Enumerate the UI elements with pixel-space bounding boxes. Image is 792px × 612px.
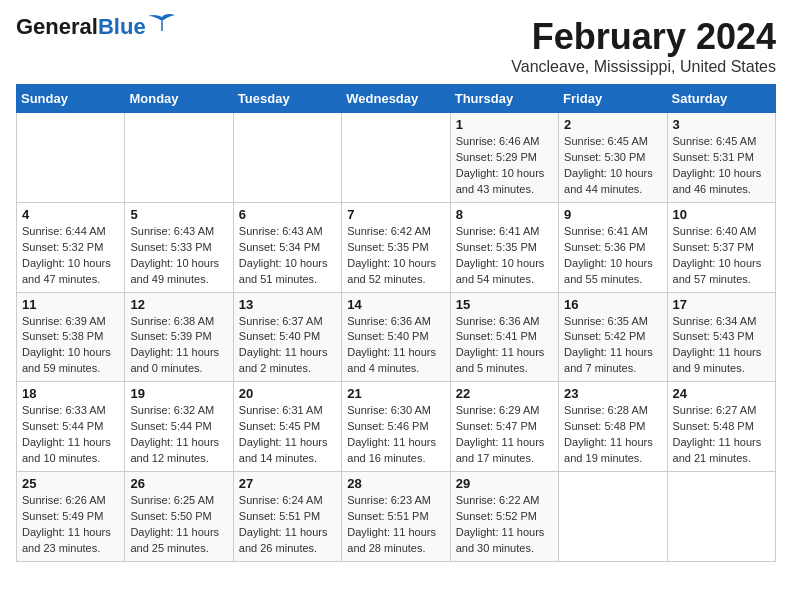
day-info: Sunrise: 6:34 AM Sunset: 5:43 PM Dayligh…: [673, 314, 770, 378]
day-number: 8: [456, 207, 553, 222]
calendar-day-cell: 20Sunrise: 6:31 AM Sunset: 5:45 PM Dayli…: [233, 382, 341, 472]
calendar-day-cell: 21Sunrise: 6:30 AM Sunset: 5:46 PM Dayli…: [342, 382, 450, 472]
day-number: 15: [456, 297, 553, 312]
day-number: 29: [456, 476, 553, 491]
day-info: Sunrise: 6:43 AM Sunset: 5:33 PM Dayligh…: [130, 224, 227, 288]
calendar-day-cell: 13Sunrise: 6:37 AM Sunset: 5:40 PM Dayli…: [233, 292, 341, 382]
day-info: Sunrise: 6:41 AM Sunset: 5:35 PM Dayligh…: [456, 224, 553, 288]
calendar-day-cell: [667, 472, 775, 562]
day-number: 5: [130, 207, 227, 222]
day-info: Sunrise: 6:43 AM Sunset: 5:34 PM Dayligh…: [239, 224, 336, 288]
day-number: 25: [22, 476, 119, 491]
calendar-week-row: 4Sunrise: 6:44 AM Sunset: 5:32 PM Daylig…: [17, 202, 776, 292]
day-number: 14: [347, 297, 444, 312]
month-title: February 2024: [511, 16, 776, 58]
day-number: 16: [564, 297, 661, 312]
page-header: GeneralBlue February 2024 Vancleave, Mis…: [16, 16, 776, 76]
day-info: Sunrise: 6:25 AM Sunset: 5:50 PM Dayligh…: [130, 493, 227, 557]
calendar-day-cell: 8Sunrise: 6:41 AM Sunset: 5:35 PM Daylig…: [450, 202, 558, 292]
day-number: 6: [239, 207, 336, 222]
day-number: 10: [673, 207, 770, 222]
day-info: Sunrise: 6:40 AM Sunset: 5:37 PM Dayligh…: [673, 224, 770, 288]
day-number: 13: [239, 297, 336, 312]
day-info: Sunrise: 6:41 AM Sunset: 5:36 PM Dayligh…: [564, 224, 661, 288]
calendar-table: SundayMondayTuesdayWednesdayThursdayFrid…: [16, 84, 776, 562]
calendar-week-row: 25Sunrise: 6:26 AM Sunset: 5:49 PM Dayli…: [17, 472, 776, 562]
day-number: 4: [22, 207, 119, 222]
calendar-week-row: 18Sunrise: 6:33 AM Sunset: 5:44 PM Dayli…: [17, 382, 776, 472]
logo: GeneralBlue: [16, 16, 176, 38]
calendar-day-cell: 15Sunrise: 6:36 AM Sunset: 5:41 PM Dayli…: [450, 292, 558, 382]
calendar-day-cell: 12Sunrise: 6:38 AM Sunset: 5:39 PM Dayli…: [125, 292, 233, 382]
day-number: 22: [456, 386, 553, 401]
day-number: 18: [22, 386, 119, 401]
day-info: Sunrise: 6:28 AM Sunset: 5:48 PM Dayligh…: [564, 403, 661, 467]
day-info: Sunrise: 6:33 AM Sunset: 5:44 PM Dayligh…: [22, 403, 119, 467]
calendar-day-cell: 26Sunrise: 6:25 AM Sunset: 5:50 PM Dayli…: [125, 472, 233, 562]
calendar-day-cell: 18Sunrise: 6:33 AM Sunset: 5:44 PM Dayli…: [17, 382, 125, 472]
calendar-day-cell: 10Sunrise: 6:40 AM Sunset: 5:37 PM Dayli…: [667, 202, 775, 292]
day-info: Sunrise: 6:39 AM Sunset: 5:38 PM Dayligh…: [22, 314, 119, 378]
day-info: Sunrise: 6:44 AM Sunset: 5:32 PM Dayligh…: [22, 224, 119, 288]
calendar-day-cell: [342, 113, 450, 203]
day-info: Sunrise: 6:29 AM Sunset: 5:47 PM Dayligh…: [456, 403, 553, 467]
day-of-week-header: Monday: [125, 85, 233, 113]
day-number: 19: [130, 386, 227, 401]
day-info: Sunrise: 6:23 AM Sunset: 5:51 PM Dayligh…: [347, 493, 444, 557]
calendar-day-cell: 28Sunrise: 6:23 AM Sunset: 5:51 PM Dayli…: [342, 472, 450, 562]
calendar-day-cell: 22Sunrise: 6:29 AM Sunset: 5:47 PM Dayli…: [450, 382, 558, 472]
day-header-row: SundayMondayTuesdayWednesdayThursdayFrid…: [17, 85, 776, 113]
day-info: Sunrise: 6:36 AM Sunset: 5:41 PM Dayligh…: [456, 314, 553, 378]
calendar-day-cell: 24Sunrise: 6:27 AM Sunset: 5:48 PM Dayli…: [667, 382, 775, 472]
day-of-week-header: Wednesday: [342, 85, 450, 113]
day-number: 28: [347, 476, 444, 491]
day-info: Sunrise: 6:26 AM Sunset: 5:49 PM Dayligh…: [22, 493, 119, 557]
day-number: 1: [456, 117, 553, 132]
day-number: 9: [564, 207, 661, 222]
location-title: Vancleave, Mississippi, United States: [511, 58, 776, 76]
logo-blue: Blue: [98, 14, 146, 39]
calendar-day-cell: 7Sunrise: 6:42 AM Sunset: 5:35 PM Daylig…: [342, 202, 450, 292]
calendar-week-row: 1Sunrise: 6:46 AM Sunset: 5:29 PM Daylig…: [17, 113, 776, 203]
day-info: Sunrise: 6:32 AM Sunset: 5:44 PM Dayligh…: [130, 403, 227, 467]
calendar-day-cell: 6Sunrise: 6:43 AM Sunset: 5:34 PM Daylig…: [233, 202, 341, 292]
day-number: 26: [130, 476, 227, 491]
calendar-day-cell: 4Sunrise: 6:44 AM Sunset: 5:32 PM Daylig…: [17, 202, 125, 292]
day-number: 24: [673, 386, 770, 401]
day-info: Sunrise: 6:46 AM Sunset: 5:29 PM Dayligh…: [456, 134, 553, 198]
day-of-week-header: Saturday: [667, 85, 775, 113]
calendar-day-cell: 17Sunrise: 6:34 AM Sunset: 5:43 PM Dayli…: [667, 292, 775, 382]
day-number: 2: [564, 117, 661, 132]
calendar-day-cell: 19Sunrise: 6:32 AM Sunset: 5:44 PM Dayli…: [125, 382, 233, 472]
day-info: Sunrise: 6:45 AM Sunset: 5:31 PM Dayligh…: [673, 134, 770, 198]
calendar-day-cell: 23Sunrise: 6:28 AM Sunset: 5:48 PM Dayli…: [559, 382, 667, 472]
calendar-day-cell: [559, 472, 667, 562]
day-of-week-header: Friday: [559, 85, 667, 113]
day-number: 21: [347, 386, 444, 401]
day-info: Sunrise: 6:35 AM Sunset: 5:42 PM Dayligh…: [564, 314, 661, 378]
calendar-day-cell: 1Sunrise: 6:46 AM Sunset: 5:29 PM Daylig…: [450, 113, 558, 203]
calendar-day-cell: [125, 113, 233, 203]
logo-bird-icon: [148, 13, 176, 33]
calendar-day-cell: 29Sunrise: 6:22 AM Sunset: 5:52 PM Dayli…: [450, 472, 558, 562]
day-info: Sunrise: 6:22 AM Sunset: 5:52 PM Dayligh…: [456, 493, 553, 557]
day-number: 7: [347, 207, 444, 222]
day-info: Sunrise: 6:42 AM Sunset: 5:35 PM Dayligh…: [347, 224, 444, 288]
day-of-week-header: Tuesday: [233, 85, 341, 113]
title-block: February 2024 Vancleave, Mississippi, Un…: [511, 16, 776, 76]
calendar-day-cell: 9Sunrise: 6:41 AM Sunset: 5:36 PM Daylig…: [559, 202, 667, 292]
calendar-day-cell: 25Sunrise: 6:26 AM Sunset: 5:49 PM Dayli…: [17, 472, 125, 562]
day-number: 12: [130, 297, 227, 312]
calendar-body: 1Sunrise: 6:46 AM Sunset: 5:29 PM Daylig…: [17, 113, 776, 562]
day-info: Sunrise: 6:30 AM Sunset: 5:46 PM Dayligh…: [347, 403, 444, 467]
calendar-day-cell: 2Sunrise: 6:45 AM Sunset: 5:30 PM Daylig…: [559, 113, 667, 203]
day-number: 11: [22, 297, 119, 312]
calendar-day-cell: [17, 113, 125, 203]
calendar-day-cell: 14Sunrise: 6:36 AM Sunset: 5:40 PM Dayli…: [342, 292, 450, 382]
calendar-day-cell: 11Sunrise: 6:39 AM Sunset: 5:38 PM Dayli…: [17, 292, 125, 382]
day-number: 23: [564, 386, 661, 401]
day-info: Sunrise: 6:36 AM Sunset: 5:40 PM Dayligh…: [347, 314, 444, 378]
calendar-header: SundayMondayTuesdayWednesdayThursdayFrid…: [17, 85, 776, 113]
calendar-week-row: 11Sunrise: 6:39 AM Sunset: 5:38 PM Dayli…: [17, 292, 776, 382]
day-number: 20: [239, 386, 336, 401]
